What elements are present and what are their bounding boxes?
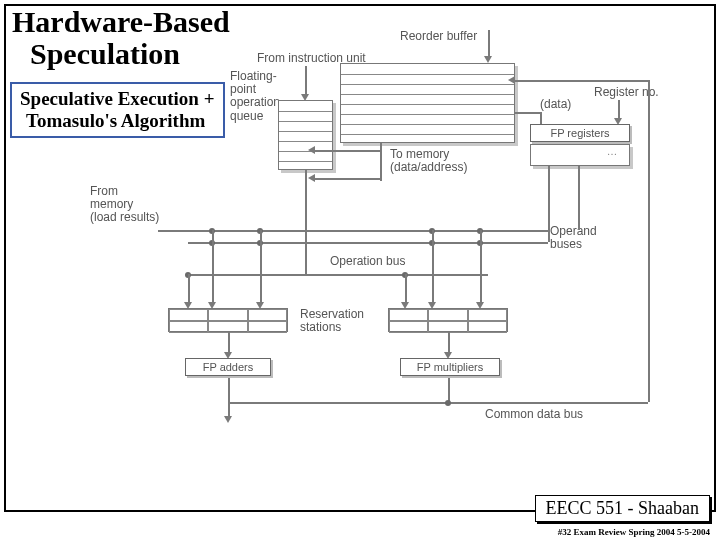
label-to-memory: To memory (data/address) [390,148,467,174]
line [515,80,648,82]
label-fp-queue: Floating- point operation queue [230,70,280,123]
bus-line [188,242,548,244]
label-from-memory: From memory (load results) [90,185,159,225]
line [380,143,382,181]
arrow-left-icon [508,76,515,84]
line [228,378,230,418]
arrow-left-icon [308,146,315,154]
footer-sub: #32 Exam Review Spring 2004 5-5-2004 [558,527,710,537]
label-operand-buses: Operand buses [550,225,597,251]
line [212,230,214,304]
fp-adders-box: FP adders [185,358,271,376]
to-mem-l2: (data/address) [390,161,467,174]
label-reservation-stations: Reservation stations [300,308,364,334]
line [188,274,190,304]
fp-registers-box: FP registers [530,124,630,142]
fp-queue-l3: operation [230,96,280,109]
label-data: (data) [540,98,571,111]
rs-l2: stations [300,321,364,334]
arrow-down-icon [224,416,232,423]
footer-box: EECC 551 - Shaaban [535,495,710,522]
fp-registers-data-box: … [530,144,630,166]
ellipsis: … [607,146,617,157]
label-from-instruction-unit: From instruction unit [257,52,366,65]
line [305,66,307,96]
arrow-down-icon [484,56,492,63]
line [648,80,650,402]
line [480,230,482,304]
bus-line [188,274,488,276]
cdb-line [228,402,648,404]
line [315,150,380,152]
line [405,274,407,304]
reorder-buffer-box [340,63,515,143]
label-cdb: Common data bus [485,408,583,421]
line [618,100,620,120]
opbus-l2: buses [550,238,597,251]
reservation-station-right [388,308,508,332]
label-operation-bus: Operation bus [330,255,405,268]
line [488,30,490,58]
line [432,230,434,304]
fp-multipliers-box: FP multipliers [400,358,500,376]
line [448,378,450,402]
arrow-left-icon [308,174,315,182]
line [305,170,307,274]
line [578,166,580,230]
fp-queue-l4: queue [230,110,280,123]
fp-op-queue-box [278,100,333,170]
line [158,230,188,232]
footer-text: EECC 551 - Shaaban [546,498,699,518]
line [260,230,262,304]
reservation-station-left [168,308,288,332]
node-dot [445,400,451,406]
line [448,332,450,354]
line [548,166,550,242]
line [315,178,380,180]
from-mem-l3: (load results) [90,211,159,224]
line [228,332,230,354]
label-reorder-buffer: Reorder buffer [400,30,477,43]
bus-line [188,230,548,232]
diagram: Reorder buffer From instruction unit Flo… [110,30,700,510]
line [515,112,540,114]
